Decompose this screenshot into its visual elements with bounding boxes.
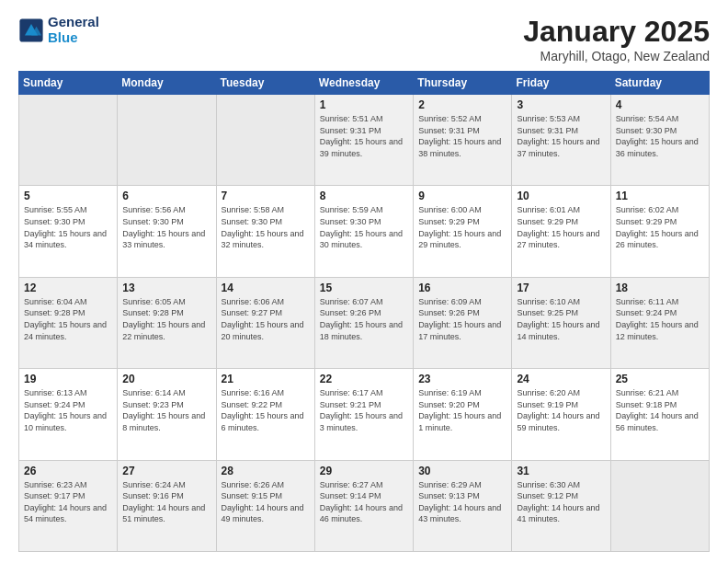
day-number: 9: [418, 190, 506, 202]
calendar-cell: 16Sunrise: 6:09 AM Sunset: 9:26 PM Dayli…: [414, 277, 512, 368]
day-number: 1: [320, 98, 408, 111]
logo-text: General Blue: [48, 15, 99, 45]
day-info: Sunrise: 6:07 AM Sunset: 9:26 PM Dayligh…: [320, 296, 408, 342]
day-number: 3: [517, 98, 605, 111]
day-number: 23: [418, 373, 506, 385]
weekday-monday: Monday: [118, 72, 216, 95]
day-number: 17: [517, 282, 605, 294]
calendar-week-row: 1Sunrise: 5:51 AM Sunset: 9:31 PM Daylig…: [19, 95, 710, 186]
weekday-friday: Friday: [512, 72, 610, 95]
day-info: Sunrise: 6:09 AM Sunset: 9:26 PM Dayligh…: [418, 296, 506, 342]
day-info: Sunrise: 6:02 AM Sunset: 9:29 PM Dayligh…: [616, 204, 704, 250]
calendar-cell: 20Sunrise: 6:14 AM Sunset: 9:23 PM Dayli…: [118, 369, 216, 460]
day-number: 28: [222, 465, 310, 477]
day-number: 5: [24, 190, 112, 202]
day-info: Sunrise: 5:59 AM Sunset: 9:30 PM Dayligh…: [320, 204, 408, 250]
day-number: 26: [24, 465, 112, 477]
calendar-cell: 13Sunrise: 6:05 AM Sunset: 9:28 PM Dayli…: [118, 277, 216, 368]
day-info: Sunrise: 5:53 AM Sunset: 9:31 PM Dayligh…: [517, 113, 605, 159]
calendar-cell: [118, 95, 216, 186]
calendar-cell: 7Sunrise: 5:58 AM Sunset: 9:30 PM Daylig…: [216, 186, 314, 277]
calendar-cell: 29Sunrise: 6:27 AM Sunset: 9:14 PM Dayli…: [314, 460, 413, 551]
day-info: Sunrise: 6:00 AM Sunset: 9:29 PM Dayligh…: [418, 204, 506, 250]
day-info: Sunrise: 6:17 AM Sunset: 9:21 PM Dayligh…: [320, 387, 408, 433]
day-info: Sunrise: 6:30 AM Sunset: 9:12 PM Dayligh…: [517, 479, 605, 525]
day-info: Sunrise: 6:11 AM Sunset: 9:24 PM Dayligh…: [616, 296, 704, 342]
day-number: 27: [122, 465, 210, 477]
day-info: Sunrise: 5:55 AM Sunset: 9:30 PM Dayligh…: [24, 204, 112, 250]
day-info: Sunrise: 5:52 AM Sunset: 9:31 PM Dayligh…: [418, 113, 506, 159]
calendar-cell: 6Sunrise: 5:56 AM Sunset: 9:30 PM Daylig…: [118, 186, 216, 277]
calendar-cell: [216, 95, 314, 186]
day-number: 4: [616, 98, 704, 111]
calendar-cell: 10Sunrise: 6:01 AM Sunset: 9:29 PM Dayli…: [512, 186, 610, 277]
day-number: 15: [320, 282, 408, 294]
day-number: 2: [418, 98, 506, 111]
day-info: Sunrise: 5:51 AM Sunset: 9:31 PM Dayligh…: [320, 113, 408, 159]
calendar-week-row: 19Sunrise: 6:13 AM Sunset: 9:24 PM Dayli…: [19, 369, 710, 460]
month-title: January 2025: [523, 15, 710, 49]
calendar-cell: 31Sunrise: 6:30 AM Sunset: 9:12 PM Dayli…: [512, 460, 610, 551]
day-number: 25: [616, 373, 704, 385]
calendar-cell: 15Sunrise: 6:07 AM Sunset: 9:26 PM Dayli…: [314, 277, 413, 368]
calendar-cell: 2Sunrise: 5:52 AM Sunset: 9:31 PM Daylig…: [414, 95, 512, 186]
calendar-cell: 22Sunrise: 6:17 AM Sunset: 9:21 PM Dayli…: [314, 369, 413, 460]
day-number: 16: [418, 282, 506, 294]
day-number: 14: [222, 282, 310, 294]
title-block: January 2025 Maryhill, Otago, New Zealan…: [523, 15, 710, 63]
day-info: Sunrise: 6:24 AM Sunset: 9:16 PM Dayligh…: [122, 479, 210, 525]
day-info: Sunrise: 6:23 AM Sunset: 9:17 PM Dayligh…: [24, 479, 112, 525]
calendar-cell: 8Sunrise: 5:59 AM Sunset: 9:30 PM Daylig…: [314, 186, 413, 277]
day-info: Sunrise: 6:14 AM Sunset: 9:23 PM Dayligh…: [122, 387, 210, 433]
calendar-cell: 26Sunrise: 6:23 AM Sunset: 9:17 PM Dayli…: [19, 460, 118, 551]
day-number: 18: [616, 282, 704, 294]
day-info: Sunrise: 6:27 AM Sunset: 9:14 PM Dayligh…: [320, 479, 408, 525]
day-info: Sunrise: 5:56 AM Sunset: 9:30 PM Dayligh…: [122, 204, 210, 250]
weekday-sunday: Sunday: [19, 72, 118, 95]
weekday-saturday: Saturday: [610, 72, 709, 95]
calendar-week-row: 12Sunrise: 6:04 AM Sunset: 9:28 PM Dayli…: [19, 277, 710, 368]
calendar-cell: 12Sunrise: 6:04 AM Sunset: 9:28 PM Dayli…: [19, 277, 118, 368]
calendar-cell: 28Sunrise: 6:26 AM Sunset: 9:15 PM Dayli…: [216, 460, 314, 551]
calendar-cell: 1Sunrise: 5:51 AM Sunset: 9:31 PM Daylig…: [314, 95, 413, 186]
day-number: 22: [320, 373, 408, 385]
day-number: 20: [122, 373, 210, 385]
day-number: 31: [517, 465, 605, 477]
calendar-cell: 25Sunrise: 6:21 AM Sunset: 9:18 PM Dayli…: [610, 369, 709, 460]
day-info: Sunrise: 6:10 AM Sunset: 9:25 PM Dayligh…: [517, 296, 605, 342]
calendar-cell: 21Sunrise: 6:16 AM Sunset: 9:22 PM Dayli…: [216, 369, 314, 460]
day-number: 13: [122, 282, 210, 294]
calendar-cell: 19Sunrise: 6:13 AM Sunset: 9:24 PM Dayli…: [19, 369, 118, 460]
day-info: Sunrise: 6:01 AM Sunset: 9:29 PM Dayligh…: [517, 204, 605, 250]
calendar-cell: 3Sunrise: 5:53 AM Sunset: 9:31 PM Daylig…: [512, 95, 610, 186]
calendar-cell: [610, 460, 709, 551]
day-number: 30: [418, 465, 506, 477]
calendar-cell: 24Sunrise: 6:20 AM Sunset: 9:19 PM Dayli…: [512, 369, 610, 460]
day-number: 7: [222, 190, 310, 202]
calendar-table: SundayMondayTuesdayWednesdayThursdayFrid…: [18, 71, 710, 552]
day-info: Sunrise: 6:19 AM Sunset: 9:20 PM Dayligh…: [418, 387, 506, 433]
location-subtitle: Maryhill, Otago, New Zealand: [523, 49, 710, 63]
day-info: Sunrise: 5:58 AM Sunset: 9:30 PM Dayligh…: [222, 204, 310, 250]
day-info: Sunrise: 6:21 AM Sunset: 9:18 PM Dayligh…: [616, 387, 704, 433]
page: General Blue January 2025 Maryhill, Otag…: [0, 0, 728, 563]
logo: General Blue: [18, 15, 99, 45]
logo-icon: [18, 17, 44, 43]
calendar-cell: 4Sunrise: 5:54 AM Sunset: 9:30 PM Daylig…: [610, 95, 709, 186]
calendar-week-row: 26Sunrise: 6:23 AM Sunset: 9:17 PM Dayli…: [19, 460, 710, 551]
weekday-wednesday: Wednesday: [314, 72, 413, 95]
weekday-thursday: Thursday: [414, 72, 512, 95]
calendar-cell: 11Sunrise: 6:02 AM Sunset: 9:29 PM Dayli…: [610, 186, 709, 277]
calendar-cell: 9Sunrise: 6:00 AM Sunset: 9:29 PM Daylig…: [414, 186, 512, 277]
weekday-tuesday: Tuesday: [216, 72, 314, 95]
day-info: Sunrise: 6:29 AM Sunset: 9:13 PM Dayligh…: [418, 479, 506, 525]
calendar-week-row: 5Sunrise: 5:55 AM Sunset: 9:30 PM Daylig…: [19, 186, 710, 277]
day-info: Sunrise: 6:26 AM Sunset: 9:15 PM Dayligh…: [222, 479, 310, 525]
day-info: Sunrise: 6:13 AM Sunset: 9:24 PM Dayligh…: [24, 387, 112, 433]
day-number: 24: [517, 373, 605, 385]
calendar-cell: [19, 95, 118, 186]
calendar-cell: 27Sunrise: 6:24 AM Sunset: 9:16 PM Dayli…: [118, 460, 216, 551]
calendar-cell: 5Sunrise: 5:55 AM Sunset: 9:30 PM Daylig…: [19, 186, 118, 277]
day-number: 6: [122, 190, 210, 202]
day-number: 12: [24, 282, 112, 294]
